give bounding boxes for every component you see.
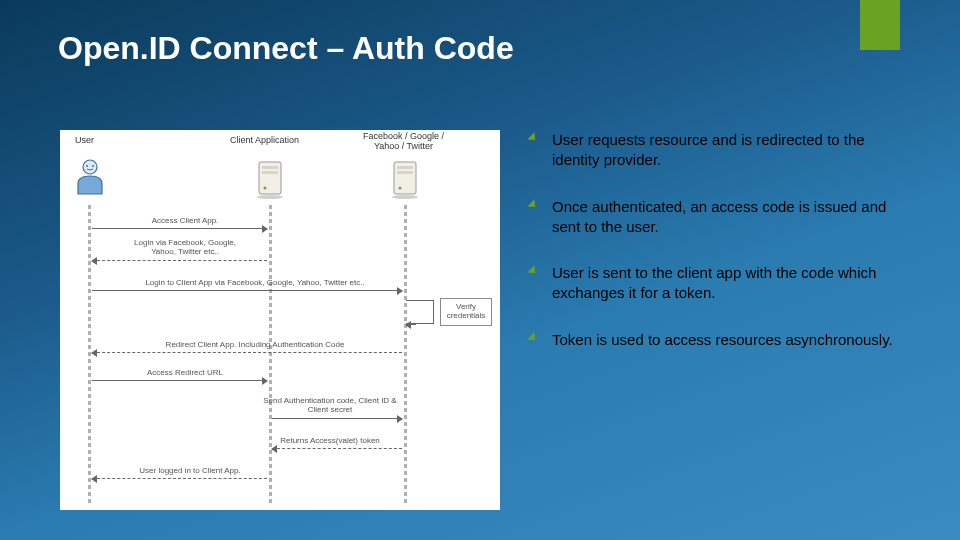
lane-client-label: Client Application <box>230 136 299 146</box>
msg-4: Redirect Client App. Including Authentic… <box>110 340 400 349</box>
arrow-5 <box>92 380 267 381</box>
verify-box: Verify credentials <box>440 298 492 326</box>
msg-2: Login via Facebook, Google, Yahoo, Twitt… <box>100 238 270 256</box>
msg-8: User logged in to Client App. <box>110 466 270 475</box>
arrow-1 <box>92 228 267 229</box>
svg-rect-9 <box>397 166 413 169</box>
msg-1: Access Client App. <box>120 216 250 225</box>
svg-rect-10 <box>397 171 413 174</box>
bullet-list: User requests resource and is redirected… <box>530 130 900 510</box>
arrow-3 <box>92 290 402 291</box>
lane-idp-label: Facebook / Google / Yahoo / Twitter <box>363 132 444 152</box>
content-area: User Client Application Facebook / Googl… <box>60 130 900 510</box>
svg-point-11 <box>399 187 402 190</box>
svg-point-1 <box>86 165 88 167</box>
msg-3: Login to Client App via Facebook, Google… <box>110 278 400 287</box>
user-icon <box>72 158 108 198</box>
bullet-3: User is sent to the client app with the … <box>530 263 900 304</box>
accent-tab <box>860 0 900 50</box>
bullet-4: Token is used to access resources asynch… <box>530 330 900 350</box>
arrow-2 <box>92 260 267 261</box>
svg-point-0 <box>83 160 97 174</box>
bullet-1: User requests resource and is redirected… <box>530 130 900 171</box>
server-icon-client <box>255 158 285 202</box>
svg-point-2 <box>92 165 94 167</box>
slide-title: Open.ID Connect – Auth Code <box>58 30 514 67</box>
lane-user-label: User <box>75 136 94 146</box>
server-icon-idp <box>390 158 420 202</box>
svg-point-6 <box>264 187 267 190</box>
bullet-2: Once authenticated, an access code is is… <box>530 197 900 238</box>
msg-5: Access Redirect URL <box>120 368 250 377</box>
sequence-diagram: User Client Application Facebook / Googl… <box>60 130 500 510</box>
msg-7: Returns Access(valet) token <box>260 436 400 445</box>
svg-point-7 <box>257 195 283 199</box>
arrow-4 <box>92 352 402 353</box>
lifeline-idp <box>404 205 407 504</box>
arrow-6 <box>272 418 402 419</box>
arrow-8 <box>92 478 267 479</box>
svg-rect-4 <box>262 166 278 169</box>
svg-rect-5 <box>262 171 278 174</box>
svg-point-12 <box>392 195 418 199</box>
arrow-self <box>406 324 416 325</box>
msg-6: Send Authentication code, Client ID & Cl… <box>235 396 425 414</box>
arrow-7 <box>272 448 402 449</box>
